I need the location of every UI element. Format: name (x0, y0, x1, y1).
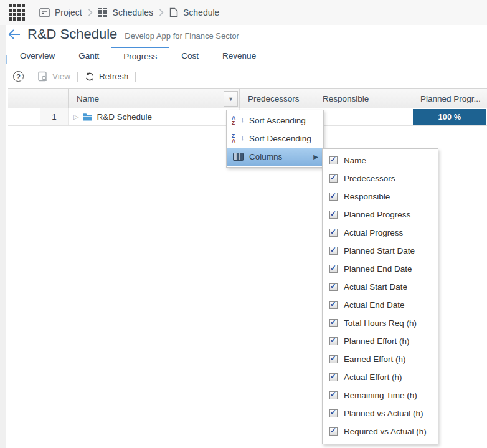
sort-descending-icon: Z A ↓ (232, 133, 244, 145)
column-toggle-actual-start-date[interactable]: ✓ Actual Start Date (323, 278, 438, 296)
breadcrumb-separator-icon (159, 9, 164, 16)
grid-header: Name ▼ Predecessors Responsible Planned … (8, 88, 487, 108)
checkbox-checked-icon[interactable]: ✓ (329, 373, 338, 381)
row-responsible-cell (314, 108, 412, 125)
header-cell-empty (40, 89, 69, 108)
progress-bar: 100 % (413, 109, 486, 125)
column-toggle-label: Planned Effort (h) (344, 336, 410, 346)
checkbox-checked-icon[interactable]: ✓ (329, 265, 338, 273)
tab-overview[interactable]: Overview (8, 47, 67, 64)
menu-item-columns[interactable]: Columns ▶ (227, 148, 323, 166)
column-toggle-label: Planned Start Date (344, 246, 415, 255)
checkbox-checked-icon[interactable]: ✓ (329, 247, 338, 255)
checkbox-checked-icon[interactable]: ✓ (329, 174, 338, 183)
view-button-label: View (52, 72, 70, 81)
column-toggle-label: Predecessors (344, 174, 395, 183)
header-cell-responsible[interactable]: Responsible (314, 89, 412, 108)
tab-cost-label: Cost (181, 51, 199, 60)
menu-item-sort-descending[interactable]: Z A ↓ Sort Descending (227, 130, 323, 148)
column-toggle-label: Actual Effort (h) (344, 373, 402, 382)
column-toggle-name[interactable]: ✓ Name (323, 151, 438, 169)
breadcrumb-project[interactable]: Project (39, 7, 82, 17)
tab-cost[interactable]: Cost (169, 47, 210, 64)
column-toggle-responsible[interactable]: ✓ Responsible (323, 188, 438, 206)
row-name-cell[interactable]: ▷ R&D Schedule (69, 108, 240, 125)
tab-revenue[interactable]: Revenue (210, 47, 268, 64)
header-cell-name[interactable]: Name ▼ (69, 89, 240, 108)
tab-revenue-label: Revenue (222, 51, 256, 60)
row-planned-progress-cell: 100 % (412, 108, 487, 125)
toolbar: ? View Refresh (6, 65, 487, 88)
breadcrumb-schedules[interactable]: Schedules (98, 7, 153, 17)
column-toggle-actual-end-date[interactable]: ✓ Actual End Date (323, 296, 438, 314)
app-launcher-icon[interactable] (9, 4, 26, 21)
topbar: Project Schedules Schedule (0, 0, 487, 25)
page-title: R&D Schedule (27, 26, 117, 42)
checkbox-checked-icon[interactable]: ✓ (329, 427, 338, 436)
checkbox-checked-icon[interactable]: ✓ (329, 409, 338, 417)
tab-overview-label: Overview (20, 51, 55, 60)
header-cell-predecessors[interactable]: Predecessors (240, 89, 314, 108)
checkbox-checked-icon[interactable]: ✓ (329, 193, 338, 201)
checkbox-checked-icon[interactable]: ✓ (329, 301, 338, 309)
checkbox-checked-icon[interactable]: ✓ (329, 391, 338, 399)
checkbox-checked-icon[interactable]: ✓ (329, 337, 338, 345)
help-icon[interactable]: ? (13, 71, 24, 82)
column-toggle-planned-effort[interactable]: ✓ Planned Effort (h) (323, 332, 438, 350)
header-cell-planned-progress[interactable]: Planned Progr... (412, 89, 487, 108)
checkbox-checked-icon[interactable]: ✓ (329, 229, 338, 237)
tab-bar: Overview Gantt Progress Cost Revenue (6, 47, 487, 64)
column-toggle-planned-end-date[interactable]: ✓ Planned End Date (323, 260, 438, 278)
project-icon (39, 8, 50, 17)
refresh-icon (85, 72, 95, 82)
expand-triangle-icon[interactable]: ▷ (73, 113, 78, 121)
name-column-menu-button[interactable]: ▼ (224, 91, 238, 107)
refresh-button-label: Refresh (99, 72, 128, 81)
view-icon (38, 71, 48, 82)
checkbox-checked-icon[interactable]: ✓ (329, 283, 338, 291)
column-toggle-required-vs-actual[interactable]: ✓ Required vs Actual (h) (323, 422, 438, 441)
breadcrumb-schedule[interactable]: Schedule (169, 7, 219, 17)
toolbar-separator (77, 72, 78, 82)
row-select-cell (8, 108, 40, 125)
menu-item-sort-ascending[interactable]: A Z ↓ Sort Ascending (227, 112, 323, 130)
checkbox-checked-icon[interactable]: ✓ (329, 156, 338, 164)
refresh-button[interactable]: Refresh (85, 72, 128, 82)
column-toggle-planned-vs-actual[interactable]: ✓ Planned vs Actual (h) (323, 404, 438, 422)
column-toggle-planned-start-date[interactable]: ✓ Planned Start Date (323, 242, 438, 260)
header-name-label: Name (77, 94, 99, 103)
column-toggle-label: Planned vs Actual (h) (344, 409, 423, 418)
tab-gantt[interactable]: Gantt (67, 47, 111, 64)
breadcrumb-schedule-label: Schedule (183, 7, 219, 17)
column-toggle-label: Planned End Date (344, 264, 412, 274)
column-toggle-remaining-time[interactable]: ✓ Remaining Time (h) (323, 386, 438, 404)
column-toggle-earned-effort[interactable]: ✓ Earned Effort (h) (323, 350, 438, 368)
header-planned-progress-label: Planned Progr... (420, 94, 481, 103)
breadcrumb-project-label: Project (55, 7, 82, 17)
column-toggle-planned-progress[interactable]: ✓ Planned Progress (323, 206, 438, 224)
column-toggle-actual-progress[interactable]: ✓ Actual Progress (323, 224, 438, 242)
checkbox-checked-icon[interactable]: ✓ (329, 319, 338, 327)
page-left-margin (0, 25, 6, 448)
checkbox-checked-icon[interactable]: ✓ (329, 355, 338, 363)
tab-progress[interactable]: Progress (111, 47, 169, 64)
sort-ascending-icon: A Z ↓ (232, 115, 244, 126)
column-context-menu: A Z ↓ Sort Ascending Z A ↓ Sort Descendi… (226, 110, 324, 168)
column-toggle-predecessors[interactable]: ✓ Predecessors (323, 169, 438, 188)
page-header: R&D Schedule Develop App for Finance Sec… (7, 26, 239, 42)
column-toggle-label: Actual End Date (344, 300, 405, 310)
schedules-icon (98, 8, 108, 17)
page-subtitle: Develop App for Finance Sector (125, 31, 239, 41)
sort-descending-label: Sort Descending (249, 134, 311, 143)
column-toggle-label: Earned Effort (h) (344, 355, 406, 364)
sort-ascending-label: Sort Ascending (249, 116, 306, 125)
breadcrumb-schedules-label: Schedules (113, 7, 153, 17)
breadcrumb: Project Schedules Schedule (39, 7, 219, 17)
back-arrow-icon[interactable] (7, 29, 21, 40)
columns-submenu: ✓ Name ✓ Predecessors ✓ Responsible ✓ Pl… (322, 148, 438, 444)
checkbox-checked-icon[interactable]: ✓ (329, 211, 338, 219)
column-toggle-total-hours-req[interactable]: ✓ Total Hours Req (h) (323, 314, 438, 332)
column-toggle-actual-effort[interactable]: ✓ Actual Effort (h) (323, 368, 438, 386)
view-button[interactable]: View (38, 71, 70, 82)
column-toggle-label: Remaining Time (h) (344, 391, 417, 400)
